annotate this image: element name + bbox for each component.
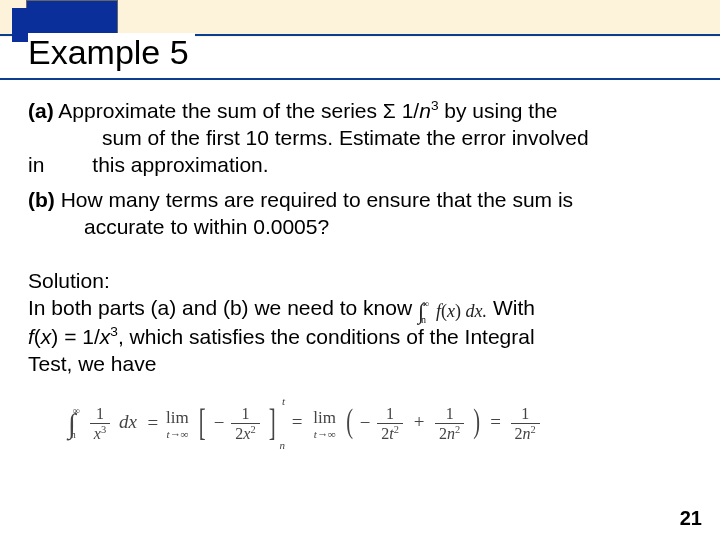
solution-line1: In both parts (a) and (b) we need to kno… [28,295,692,324]
part-a: (a) Approximate the sum of the series Σ … [28,98,692,179]
part-b-text-1: How many terms are required to ensure th… [55,188,573,211]
slide-body: (a) Approximate the sum of the series Σ … [0,90,720,448]
limit-1: limt→∞ [166,407,189,441]
header-bottom-rule [0,78,720,80]
frac-1-over-2t2: 12t2 [377,405,403,443]
integrand-x: x [447,301,455,321]
equals-1: = [148,411,159,432]
int-lower: n [71,429,76,440]
frac-1-over-2n2-a: 12n2 [435,405,464,443]
int-upper: ∞ [73,405,80,416]
minus-2: − [360,411,371,432]
x-var-2: x [100,325,111,348]
frac-1-over-2n2-b: 12n2 [511,405,540,443]
bracket-close-icon: ] [269,398,276,447]
sigma-symbol: Σ [383,99,396,122]
part-a-text-2: 1/ [396,99,419,122]
x-var: x [41,325,52,348]
part-a-line3: this approximation. [92,153,268,176]
solution-line1-text1: In both parts (a) and (b) we need to kno… [28,296,418,319]
frac-1-over-2x2: 12x2 [231,405,259,443]
solution-line2-rest: , which satisfies the conditions of the … [118,325,535,348]
part-a-text-1: Approximate the sum of the series [54,99,383,122]
page-title: Example 5 [28,33,195,72]
part-b-label: (b) [28,188,55,211]
bracket-open-icon: [ [199,398,206,447]
solution-block: Solution: In both parts (a) and (b) we n… [28,268,692,377]
part-a-text-3: by using the [438,99,557,122]
solution-heading: Solution: [28,268,692,295]
bracket-close: ]tn [266,400,279,449]
display-equation: ∫∞n1x3 dx = limt→∞ [ − 12x2 ]tn = limt→∞… [68,400,692,449]
paren-open-icon: ( [346,399,353,443]
integral-upper: ∞ [422,298,429,309]
limit-2: limt→∞ [313,407,336,441]
page-number: 21 [680,507,702,530]
exp-3: 3 [110,324,118,339]
solution-line3: Test, we have [28,351,692,378]
eq-text: = 1/ [58,325,99,348]
paren-close-icon: ) [473,399,480,443]
part-a-in: in [28,153,44,176]
equals-3: = [490,411,501,432]
integrand-dx: dx. [461,301,487,321]
integral-lower: n [421,314,426,325]
solution-line1-text2: With [487,296,535,319]
dx: dx [119,411,137,432]
minus-1: − [214,411,225,432]
part-a-label: (a) [28,99,54,122]
variable-n: n [419,99,431,122]
part-b-line2: accurate to within 0.0005? [28,214,692,241]
frac-1-over-x3: 1x3 [90,405,110,443]
equals-2: = [292,411,303,432]
plus: + [414,411,425,432]
part-b: (b) How many terms are required to ensur… [28,187,692,241]
inline-integral: ∫∞nf(x) dx. [418,296,487,324]
slide-header: Example 5 [0,0,720,80]
part-a-line2: sum of the first 10 terms. Estimate the … [28,125,692,152]
part-a-line3-row: inthis approximation. [28,152,692,179]
solution-line2: f(x) = 1/x3, which satisfies the conditi… [28,324,692,351]
